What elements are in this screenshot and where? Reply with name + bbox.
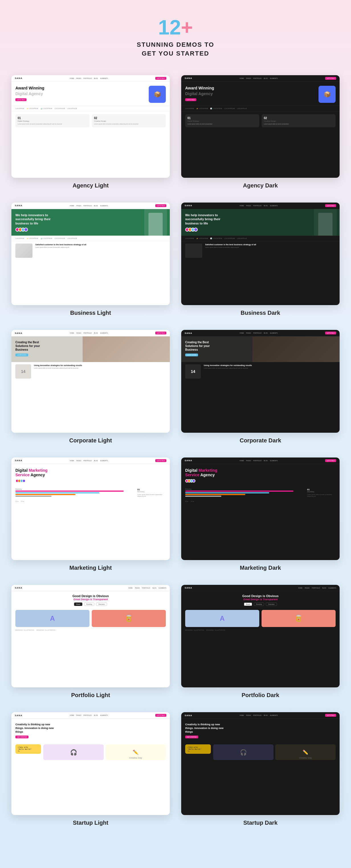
nav-logo: SANA xyxy=(15,204,23,207)
hero-image: 📦 xyxy=(149,86,166,103)
demo-nav: SANA HOME PAGES PORTFOLIO BLOG ELEMENTS xyxy=(181,585,340,591)
demo-card-agency-light[interactable]: SANA HOME PAGES PORTFOLIO BLOG ELEMENTS … xyxy=(11,75,170,178)
hero-marketing: Digital MarketingService Agency xyxy=(11,464,170,487)
demo-item-agency-dark: SANA HOME PAGES PORTFOLIO BLOG ELEMENTS … xyxy=(181,75,340,189)
hero-subtitle: Digital Agency xyxy=(15,91,146,96)
hero-person xyxy=(314,209,337,236)
stat-col-1: Marketing xyxy=(15,488,136,497)
portfolio-btn-illustration[interactable]: Illustration xyxy=(266,602,277,606)
demo-card-startup-dark[interactable]: SANA HOME PAGES PORTFOLIO BLOG ELEMENTS … xyxy=(181,712,340,815)
nav-logo: SANA xyxy=(185,77,192,80)
demo-label-marketing-dark: Marketing Dark xyxy=(240,565,281,571)
bottom-nums: 02 ▸ 04 ▸ xyxy=(11,499,170,504)
demo-card-portfolio-dark[interactable]: SANA HOME PAGES PORTFOLIO BLOG ELEMENTS … xyxy=(181,585,340,687)
demo-nav: SANA HOME PAGES PORTFOLIO BLOG ELEMENTS … xyxy=(181,75,340,82)
nav-links: HOME PAGES PORTFOLIO BLOG ELEMENTS xyxy=(70,332,108,334)
marketing-avatars xyxy=(15,479,166,483)
nav-links: HOME PAGES PORTFOLIO BLOG ELEMENTS xyxy=(240,714,278,716)
nav-btn: LET'S TALK xyxy=(155,459,166,462)
logos-row: LOGOFRIM ⚡ LOGOIFRIM 📊 LOGOIFRIM logofps… xyxy=(11,236,170,241)
hero-section: Award Winning Digital Agency LET'S TALK … xyxy=(11,82,170,106)
portfolio-btn-brand[interactable]: Brand xyxy=(244,602,252,606)
portfolio-btn-branding[interactable]: Branding xyxy=(84,602,94,606)
hero-text: Award Winning Digital Agency LET'S TALK xyxy=(185,86,316,102)
demo-item-marketing-light: SANA HOME PAGES PORTFOLIO BLOG ELEMENTS … xyxy=(11,458,170,571)
header-number: 12+ xyxy=(11,17,340,38)
stats-row: Marketing 01 Advertising Lorem ipsum dol… xyxy=(11,487,170,499)
demo-label-agency-light: Agency Light xyxy=(73,182,109,189)
card-inner: SANA HOME PAGES PORTFOLIO BLOG ELEMENTS … xyxy=(11,203,170,305)
hero-startup: Creativity is thinking up new things. In… xyxy=(11,719,170,743)
card-inner: SANA HOME PAGES PORTFOLIO BLOG ELEMENTS … xyxy=(181,458,340,560)
bottom-text: Using innovative strategies for outstand… xyxy=(34,364,82,369)
demo-item-corporate-dark: SANA HOME PAGES PORTFOLIO BLOG ELEMENTS … xyxy=(181,330,340,443)
demo-card-corporate-dark[interactable]: SANA HOME PAGES PORTFOLIO BLOG ELEMENTS … xyxy=(181,330,340,432)
nav-logo: SANA xyxy=(15,332,23,335)
demo-card-marketing-light[interactable]: SANA HOME PAGES PORTFOLIO BLOG ELEMENTS … xyxy=(11,458,170,560)
demo-label-portfolio-light: Portfolio Light xyxy=(71,692,110,699)
hero-title: Award Winning xyxy=(185,86,316,91)
hero-corporate: Creating the Best Solutions for your Bus… xyxy=(181,336,340,362)
header-section: 12+ STUNNING DEMOS TO GET YOU STARTED xyxy=(11,17,340,58)
nav-btn: LET'S TALK xyxy=(325,714,336,717)
portfolio-btn-illustration[interactable]: Illustration xyxy=(96,602,107,606)
marketing-title: Digital MarketingService Agency xyxy=(15,468,166,478)
startup-code-box: <?php echo 'Hello World!' ?> xyxy=(185,744,211,754)
header-subtitle: STUNNING DEMOS TO GET YOU STARTED xyxy=(11,40,340,58)
nav-btn: LET'S TALK xyxy=(155,204,166,207)
demo-item-portfolio-light: SANA HOME PAGES PORTFOLIO BLOG ELEMENTS … xyxy=(11,585,170,699)
hero-bg: We help innovators to successfully bring… xyxy=(11,209,170,236)
bottom-section: 14 Using innovative strategies for outst… xyxy=(11,362,170,381)
demo-card-portfolio-light[interactable]: SANA HOME PAGES PORTFOLIO BLOG ELEMENTS … xyxy=(11,585,170,687)
card-inner: SANA HOME PAGES PORTFOLIO BLOG ELEMENTS … xyxy=(11,75,170,178)
nav-btn: LET'S TALK xyxy=(325,332,336,335)
demo-card-business-light[interactable]: SANA HOME PAGES PORTFOLIO BLOG ELEMENTS … xyxy=(11,203,170,305)
startup-img-headphone: 🎧 xyxy=(43,744,104,760)
portfolio-btns: Brand Branding Illustration xyxy=(15,602,166,606)
demo-card-startup-light[interactable]: SANA HOME PAGES PORTFOLIO BLOG ELEMENTS … xyxy=(11,712,170,815)
card-inner: SANA HOME PAGES PORTFOLIO BLOG ELEMENTS … xyxy=(11,458,170,560)
portfolio-footer: BRANDING / ILLUSTRATION BRANDING / ILLUS… xyxy=(11,629,170,633)
demo-card-corporate-light[interactable]: SANA HOME PAGES PORTFOLIO BLOG ELEMENTS … xyxy=(11,330,170,432)
demo-label-startup-dark: Startup Dark xyxy=(243,819,278,826)
demo-card-agency-dark[interactable]: SANA HOME PAGES PORTFOLIO BLOG ELEMENTS … xyxy=(181,75,340,178)
demo-label-corporate-dark: Corporate Dark xyxy=(240,437,281,444)
demo-item-startup-dark: SANA HOME PAGES PORTFOLIO BLOG ELEMENTS … xyxy=(181,712,340,826)
bottom-img: 14 xyxy=(185,364,201,379)
hero-section: Award Winning Digital Agency LET'S TALK … xyxy=(181,82,340,106)
stat-col-2: 01 Advertising Lorem ipsum dolor sit ame… xyxy=(137,488,166,497)
nav-links: HOME PAGES PORTFOLIO BLOG ELEMENTS xyxy=(240,78,278,79)
demo-nav: SANA HOME PAGES PORTFOLIO BLOG ELEMENTS … xyxy=(181,712,340,719)
demo-label-marketing-light: Marketing Light xyxy=(69,565,112,571)
nav-logo: SANA xyxy=(15,587,23,589)
hero-avatars xyxy=(15,227,166,231)
cards-row: 01 Digital Strategy Lorem ipsum dolor si… xyxy=(11,112,170,130)
demo-label-business-dark: Business Dark xyxy=(241,310,280,316)
portfolio-images: A 🥫 xyxy=(181,608,340,629)
portfolio-btn-brand[interactable]: Brand xyxy=(74,602,82,606)
startup-code-box: <?php echo 'Hello World!' ?> xyxy=(15,744,41,754)
nav-logo: SANA xyxy=(185,587,192,589)
bottom-img xyxy=(185,244,202,258)
demo-item-business-light: SANA HOME PAGES PORTFOLIO BLOG ELEMENTS … xyxy=(11,203,170,316)
mini-card-1: 01 Digital Strategy Lorem ipsum dolor si… xyxy=(185,114,259,127)
nav-links: HOME PAGES PORTFOLIO BLOG ELEMENTS xyxy=(298,587,336,589)
corp-title: Creating the Best Solutions for your Bus… xyxy=(185,340,222,351)
bottom-img xyxy=(15,244,32,258)
portfolio-btn-branding[interactable]: Branding xyxy=(254,602,264,606)
nav-logo: SANA xyxy=(185,459,192,462)
demo-card-marketing-dark[interactable]: SANA HOME PAGES PORTFOLIO BLOG ELEMENTS … xyxy=(181,458,340,560)
startup-title: Creativity is thinking up new things. In… xyxy=(185,723,225,734)
number-plus: + xyxy=(181,16,193,39)
demo-item-business-dark: SANA HOME PAGES PORTFOLIO BLOG ELEMENTS … xyxy=(181,203,340,316)
portfolio-img-1: A xyxy=(185,610,259,627)
demo-label-business-light: Business Light xyxy=(70,310,111,316)
corp-title: Creating the Best Solutions for your Bus… xyxy=(15,340,53,351)
corp-overlay: Creating the Best Solutions for your Bus… xyxy=(11,336,170,361)
demo-card-business-dark[interactable]: SANA HOME PAGES PORTFOLIO BLOG ELEMENTS … xyxy=(181,203,340,305)
nav-btn: LET'S TALK xyxy=(155,77,166,80)
portfolio-images: A 🥫 xyxy=(11,608,170,629)
hero-title: Award Winning xyxy=(15,86,146,91)
nav-btn: LET'S TALK xyxy=(155,332,166,335)
card-inner: SANA HOME PAGES PORTFOLIO BLOG ELEMENTS … xyxy=(181,712,340,815)
